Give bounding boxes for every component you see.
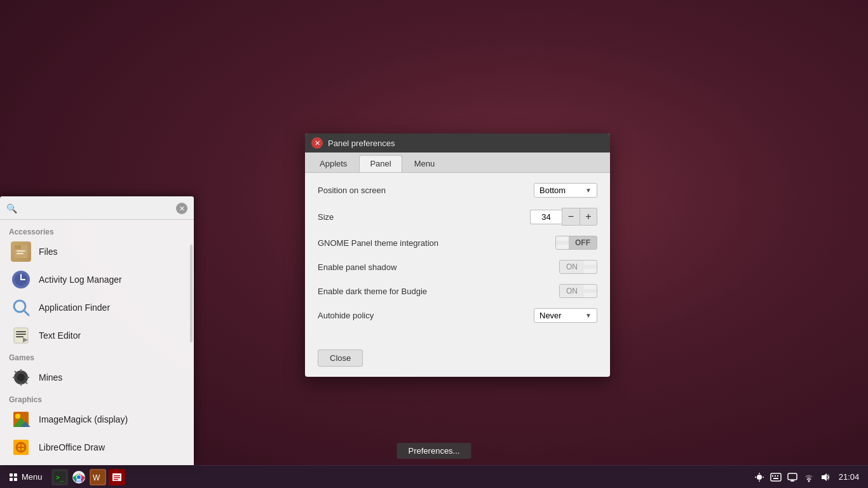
position-value: Bottom [539, 186, 566, 195]
dark-theme-toggle[interactable]: ON [559, 284, 597, 298]
keyboard-icon[interactable] [770, 471, 782, 483]
tab-panel[interactable]: Panel [359, 155, 402, 172]
gnome-panel-toggle[interactable]: OFF [555, 236, 597, 250]
list-item[interactable]: LibreOffice Draw [0, 433, 194, 461]
display-icon[interactable] [787, 471, 798, 483]
svg-rect-43 [114, 475, 120, 477]
position-row: Position on screen Bottom ▼ [318, 183, 597, 198]
svg-rect-11 [16, 336, 24, 337]
taskbar-left: Menu >_ [0, 469, 125, 485]
size-row: Size 34 − + [318, 208, 597, 226]
dark-theme-row: Enable dark theme for Budgie ON [318, 284, 597, 298]
taskbar-winefish-icon[interactable]: W [90, 469, 106, 485]
texteditor-icon [11, 325, 31, 346]
list-item[interactable]: Mines [0, 363, 194, 391]
taskbar-terminal-icon[interactable]: >_ [51, 469, 68, 485]
taskbar-time: 21:04 [836, 472, 862, 482]
search-icon: 🔍 [6, 203, 17, 214]
toggle-on-option[interactable] [556, 241, 569, 245]
preferences-button[interactable]: Preferences... [397, 443, 471, 459]
brightness-icon[interactable] [754, 471, 765, 483]
toggle-on-option[interactable]: ON [560, 261, 584, 273]
chevron-down-icon: ▼ [585, 312, 592, 319]
app-item-label: Mines [39, 372, 62, 383]
size-increase-button[interactable]: + [580, 208, 597, 226]
dark-theme-label: Enable dark theme for Budgie [318, 287, 427, 296]
svg-rect-56 [788, 473, 797, 480]
taskbar-right: 21:04 [754, 471, 868, 483]
network-icon[interactable] [803, 471, 815, 483]
app-item-label: LibreOffice Draw [39, 442, 105, 452]
toggle-off-option[interactable] [584, 265, 597, 269]
size-control: 34 − + [530, 208, 597, 226]
panel-shadow-label: Enable panel shadow [318, 262, 397, 272]
svg-line-7 [24, 311, 29, 315]
svg-rect-55 [773, 478, 778, 479]
svg-marker-60 [822, 473, 827, 481]
search-input[interactable]: fi [22, 203, 171, 214]
close-button[interactable]: Close [318, 349, 363, 367]
app-item-label: ImageMagick (display) [39, 414, 128, 424]
menu-button[interactable]: Menu [3, 470, 49, 484]
gnome-panel-label: GNOME Panel theme integration [318, 238, 438, 248]
tab-menu[interactable]: Menu [403, 155, 446, 172]
size-value: 34 [530, 210, 562, 224]
clear-search-button[interactable]: ✕ [176, 203, 187, 214]
svg-rect-51 [771, 473, 781, 481]
volume-icon[interactable] [820, 471, 831, 483]
autohide-value: Never [539, 311, 562, 320]
toggle-off-option[interactable] [584, 289, 597, 293]
files-icon [11, 241, 31, 262]
svg-line-19 [25, 382, 27, 384]
libreoffice-draw-icon [11, 437, 31, 458]
autohide-dropdown[interactable]: Never ▼ [534, 308, 597, 323]
desktop: 🔍 fi ✕ Accessories Files [0, 0, 868, 488]
category-games: Games [0, 349, 194, 363]
svg-point-38 [77, 475, 81, 479]
autohide-label: Autohide policy [318, 311, 374, 320]
taskbar-rednotebook-icon[interactable] [109, 469, 125, 485]
grid-icon [9, 473, 18, 482]
svg-point-59 [808, 480, 810, 482]
svg-point-46 [757, 475, 762, 480]
panel-shadow-row: Enable panel shadow ON [318, 260, 597, 274]
dialog-close-button[interactable]: ✕ [311, 137, 323, 149]
list-item[interactable]: Files [0, 238, 194, 266]
imagemagick-icon [11, 409, 31, 430]
svg-point-22 [15, 414, 20, 419]
list-item[interactable]: Text Editor [0, 322, 194, 349]
dialog-tabs: Applets Panel Menu [305, 152, 610, 173]
scrollbar[interactable] [190, 245, 193, 342]
list-item[interactable]: Activity Log Manager [0, 266, 194, 294]
taskbar: Menu >_ [0, 465, 868, 488]
mines-icon [11, 367, 31, 388]
list-item[interactable]: Application Finder [0, 294, 194, 322]
gnome-panel-row: GNOME Panel theme integration OFF [318, 236, 597, 250]
dialog-titlebar: ✕ Panel preferences [305, 133, 610, 152]
list-item[interactable]: ImageMagick (display) [0, 405, 194, 433]
svg-text:>_: >_ [56, 474, 64, 482]
menu-label: Menu [22, 472, 43, 482]
panel-preferences-dialog[interactable]: ✕ Panel preferences Applets Panel Menu P… [305, 133, 610, 377]
svg-rect-52 [772, 475, 773, 477]
svg-text:W: W [93, 473, 100, 482]
category-graphics: Graphics [0, 391, 194, 405]
appfinder-icon [11, 297, 31, 318]
svg-rect-45 [114, 479, 118, 480]
app-item-label: Activity Log Manager [39, 274, 122, 285]
tab-applets[interactable]: Applets [309, 155, 358, 172]
toggle-off-option[interactable]: OFF [569, 236, 597, 249]
svg-rect-30 [14, 473, 17, 477]
position-dropdown[interactable]: Bottom ▼ [534, 183, 597, 198]
svg-rect-3 [17, 253, 24, 254]
toggle-on-option[interactable]: ON [560, 285, 584, 297]
size-decrease-button[interactable]: − [562, 208, 580, 226]
taskbar-chrome-icon[interactable] [71, 469, 87, 485]
svg-point-20 [17, 374, 25, 381]
search-bar: 🔍 fi ✕ [0, 196, 194, 220]
svg-rect-1 [15, 245, 21, 249]
dialog-footer: Close [305, 343, 610, 377]
panel-shadow-toggle[interactable]: ON [559, 260, 597, 274]
chevron-down-icon: ▼ [585, 187, 592, 194]
svg-rect-54 [777, 475, 778, 477]
